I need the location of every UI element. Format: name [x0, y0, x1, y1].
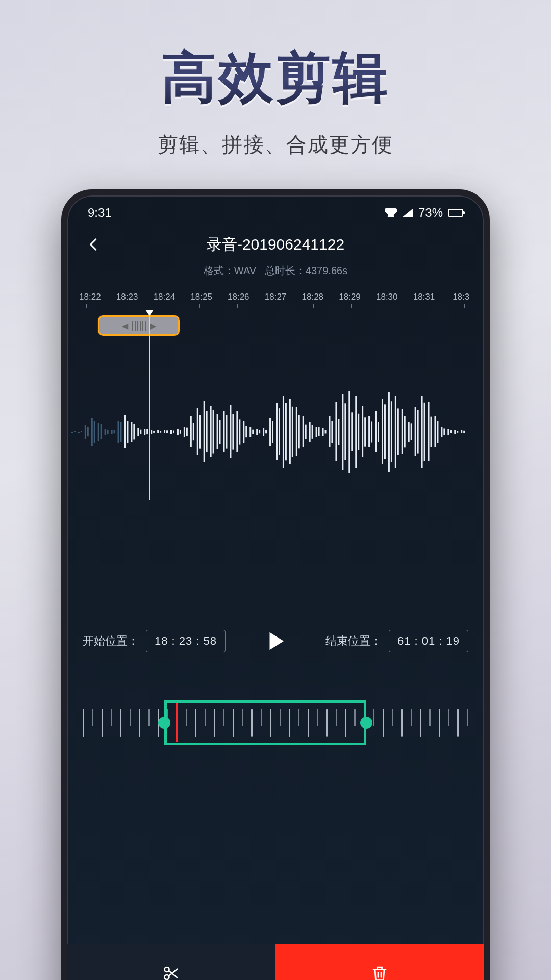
trash-icon [370, 964, 389, 981]
svg-rect-51 [239, 419, 240, 444]
svg-rect-70 [303, 416, 304, 447]
svg-rect-69 [298, 415, 300, 449]
svg-rect-11 [107, 430, 109, 434]
svg-rect-74 [316, 427, 317, 437]
svg-rect-72 [309, 422, 311, 442]
svg-rect-80 [335, 402, 337, 461]
play-button[interactable] [260, 626, 291, 656]
svg-rect-53 [245, 426, 247, 437]
svg-rect-56 [256, 429, 258, 435]
timeline-tick: 18:3 [442, 292, 480, 302]
svg-rect-61 [272, 421, 273, 443]
svg-rect-22 [144, 429, 145, 435]
waveform-svg [67, 388, 484, 475]
svg-rect-99 [397, 408, 399, 455]
svg-rect-102 [408, 422, 410, 442]
range-start-handle[interactable] [158, 717, 170, 729]
format-value: WAV [234, 265, 256, 276]
timeline-tick: 18:31 [406, 292, 443, 302]
svg-rect-79 [331, 421, 333, 443]
timeline-tick: 18:29 [331, 292, 368, 302]
svg-rect-104 [415, 407, 416, 456]
svg-rect-12 [111, 430, 113, 434]
app-bar: 录音-201906241122 [67, 224, 484, 259]
format-label: 格式： [204, 265, 234, 276]
svg-rect-35 [186, 428, 188, 436]
end-label: 结束位置： [325, 633, 382, 649]
position-controls: 开始位置： 18 : 23 : 58 结束位置： 61 : 01 : 19 [67, 616, 484, 667]
svg-rect-8 [98, 423, 99, 441]
svg-rect-28 [164, 430, 165, 433]
svg-rect-105 [417, 410, 419, 453]
timeline-tick: 18:22 [71, 292, 109, 302]
svg-rect-116 [454, 430, 456, 434]
svg-rect-37 [193, 423, 194, 440]
svg-rect-15 [120, 422, 121, 442]
svg-rect-27 [160, 431, 161, 433]
svg-rect-38 [197, 408, 198, 455]
svg-rect-58 [263, 428, 264, 436]
svg-rect-5 [87, 427, 89, 437]
svg-rect-77 [325, 430, 327, 434]
svg-rect-7 [94, 421, 95, 443]
duration-value: 4379.66s [306, 265, 347, 276]
svg-rect-0 [71, 432, 73, 433]
play-icon [264, 629, 287, 653]
svg-rect-93 [378, 422, 379, 442]
range-selection-box[interactable] [164, 700, 366, 745]
svg-rect-45 [219, 420, 221, 444]
svg-rect-63 [279, 408, 280, 455]
svg-rect-43 [213, 410, 214, 453]
svg-rect-64 [283, 396, 284, 468]
svg-rect-117 [457, 431, 458, 433]
svg-rect-3 [81, 431, 82, 432]
svg-rect-96 [388, 392, 390, 472]
svg-rect-106 [421, 396, 423, 468]
scrubber-handle[interactable]: ◀ ▶ [98, 315, 180, 336]
scissors-icon [162, 964, 181, 981]
svg-rect-92 [375, 411, 377, 452]
svg-rect-90 [368, 416, 370, 447]
file-meta: 格式：WAV 总时长：4379.66s [67, 264, 484, 278]
trim-button[interactable]: 剪取选中段 [67, 944, 276, 980]
wifi-icon [385, 208, 397, 217]
svg-rect-115 [450, 430, 452, 433]
range-selector[interactable] [83, 697, 468, 748]
svg-rect-60 [269, 418, 271, 446]
svg-rect-25 [153, 431, 155, 433]
chevron-right-icon: ▶ [150, 321, 156, 331]
svg-rect-24 [151, 430, 152, 434]
waveform[interactable] [67, 340, 484, 524]
svg-rect-112 [441, 427, 442, 437]
svg-rect-48 [230, 405, 231, 458]
status-time: 9:31 [88, 206, 112, 220]
svg-rect-57 [259, 430, 260, 434]
svg-rect-23 [146, 429, 148, 434]
svg-rect-16 [124, 415, 126, 448]
delete-button[interactable]: 删除选中段 [276, 944, 484, 980]
svg-rect-81 [338, 419, 339, 445]
svg-rect-33 [180, 430, 181, 434]
svg-rect-114 [447, 429, 449, 435]
svg-rect-18 [131, 422, 132, 442]
svg-rect-26 [157, 430, 159, 433]
end-position-input[interactable]: 61 : 01 : 19 [389, 630, 468, 652]
page-title: 录音-201906241122 [83, 234, 468, 255]
timeline-tick: 18:26 [220, 292, 257, 302]
svg-rect-109 [431, 417, 432, 447]
svg-rect-52 [243, 421, 244, 443]
range-cursor[interactable] [176, 703, 178, 742]
svg-rect-84 [348, 391, 350, 473]
svg-rect-85 [351, 412, 353, 451]
svg-rect-4 [85, 425, 86, 439]
promo-subtitle: 剪辑、拼接、合成更方便 [0, 131, 551, 159]
start-position-input[interactable]: 18 : 23 : 58 [146, 630, 226, 652]
svg-rect-108 [428, 402, 430, 461]
svg-rect-87 [358, 414, 359, 450]
svg-rect-71 [305, 425, 307, 439]
status-bar: 9:31 73% [67, 195, 484, 224]
svg-rect-82 [342, 394, 343, 470]
range-end-handle[interactable] [360, 717, 372, 729]
svg-rect-29 [166, 430, 168, 433]
svg-rect-119 [463, 431, 465, 433]
